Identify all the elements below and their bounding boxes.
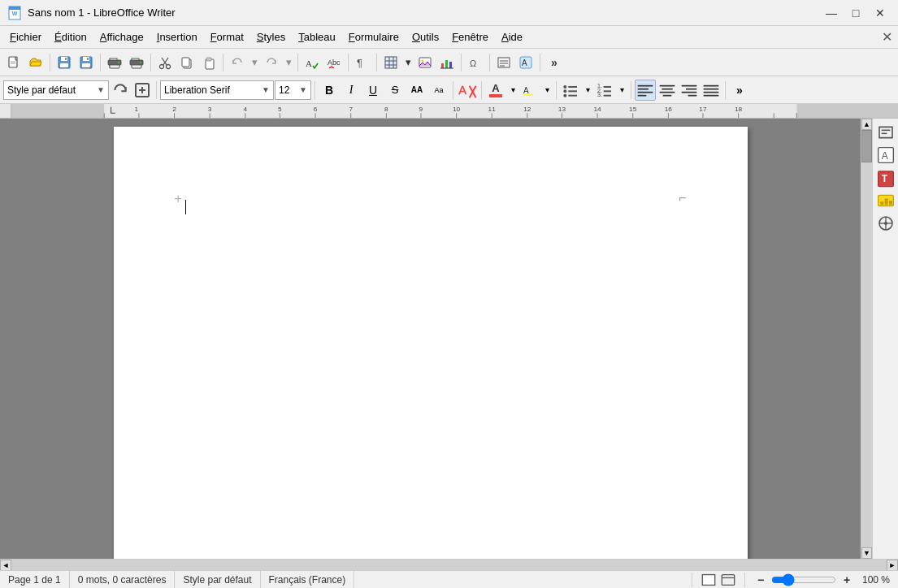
toolbar-formatting-more-button[interactable]: » (729, 80, 750, 101)
ordered-list-dropdown[interactable]: ▾ (616, 80, 627, 101)
new-button[interactable] (3, 52, 24, 73)
svg-text:Ω: Ω (470, 58, 476, 68)
close-button[interactable]: ✕ (869, 2, 891, 24)
maximize-button[interactable]: □ (844, 2, 867, 24)
menu-fenetre[interactable]: Fenêtre (445, 28, 495, 45)
scroll-left-button[interactable]: ◄ (0, 560, 11, 571)
menu-aide[interactable]: Aide (495, 28, 529, 45)
italic-button[interactable]: I (341, 80, 362, 101)
svg-point-26 (167, 64, 171, 68)
print-button[interactable] (126, 52, 147, 73)
undo-dropdown-button[interactable]: ▾ (249, 52, 260, 73)
sidebar-properties-button[interactable] (875, 122, 896, 143)
size-selector[interactable]: 12 ▼ (275, 80, 311, 100)
svg-point-62 (563, 89, 566, 93)
svg-rect-138 (880, 201, 883, 205)
view-standard-button[interactable] (701, 573, 717, 587)
font-selector[interactable]: Liberation Serif ▼ (160, 80, 274, 100)
scroll-down-button[interactable]: ▼ (861, 547, 872, 559)
menu-affichage[interactable]: Affichage (93, 28, 150, 45)
menu-formulaire[interactable]: Formulaire (342, 28, 406, 45)
strikethrough-button[interactable]: S (384, 80, 406, 101)
menu-styles[interactable]: Styles (250, 28, 292, 45)
clear-formatting-button[interactable]: A A (457, 80, 478, 101)
menu-tableau[interactable]: Tableau (292, 28, 342, 45)
save-as-button[interactable]: ! (76, 52, 97, 73)
sidebar-navigator-button[interactable] (875, 213, 896, 234)
ordered-list-button[interactable]: 1. 2. 3. (594, 80, 615, 101)
sidebar-text-button[interactable]: T (875, 167, 896, 188)
case-cycle-button[interactable]: Aa (428, 80, 449, 101)
insert-image-button[interactable] (414, 52, 436, 73)
main-area: + ⌐ + ▲ ▼ A (0, 119, 898, 559)
menu-edition[interactable]: Édition (48, 28, 93, 45)
svg-text:16: 16 (665, 106, 673, 114)
styles-button1[interactable] (493, 52, 514, 73)
save-button[interactable] (54, 52, 75, 73)
align-justify-button[interactable] (701, 80, 722, 101)
menu-format[interactable]: Format (204, 28, 250, 45)
highlight-dropdown[interactable]: ▾ (541, 80, 553, 101)
zoom-in-button[interactable]: + (839, 573, 854, 587)
unordered-list-dropdown[interactable]: ▾ (582, 80, 593, 101)
align-left-button[interactable] (635, 80, 656, 101)
unordered-list-button[interactable] (560, 80, 581, 101)
redo-button[interactable] (261, 52, 282, 73)
sidebar-gallery-button[interactable] (875, 190, 896, 211)
scroll-track[interactable] (861, 130, 872, 547)
undo-button[interactable] (227, 52, 248, 73)
redo-dropdown-button[interactable]: ▾ (283, 52, 294, 73)
svg-text:9: 9 (419, 106, 423, 114)
h-scroll-track[interactable] (11, 560, 887, 570)
scroll-right-button[interactable]: ► (887, 560, 898, 571)
cut-button[interactable] (154, 52, 176, 73)
view-web-button[interactable] (720, 573, 736, 587)
sidebar-styles-button[interactable]: A (875, 145, 896, 166)
insert-chart-button[interactable] (436, 52, 458, 73)
insert-table-dropdown[interactable]: ▾ (402, 52, 414, 73)
bold-button[interactable]: B (319, 80, 340, 101)
status-right-area: − + 100 % (692, 573, 898, 587)
vertical-scrollbar[interactable]: ▲ ▼ (861, 119, 872, 559)
document-close-button[interactable]: ✕ (878, 29, 895, 45)
underline-button[interactable]: U (362, 80, 384, 101)
horizontal-scrollbar[interactable]: ◄ ► (0, 559, 898, 570)
minimize-button[interactable]: — (820, 2, 843, 24)
svg-text:2: 2 (172, 106, 176, 114)
uppercase-button[interactable]: AA (406, 80, 427, 101)
autospell-button[interactable]: Abc (323, 52, 345, 73)
update-style-button[interactable] (110, 80, 131, 101)
document-area[interactable]: + ⌐ + (0, 119, 861, 559)
menu-fichier[interactable]: Fichier (3, 28, 48, 45)
align-center-button[interactable] (657, 80, 678, 101)
spellcheck-button[interactable]: A (302, 52, 323, 73)
document-page[interactable]: + ⌐ + (114, 127, 748, 559)
copy-button[interactable] (176, 52, 197, 73)
font-color-dropdown[interactable]: ▾ (507, 80, 518, 101)
style-selector[interactable]: Style par défaut ▼ (3, 80, 109, 100)
font-value: Liberation Serif (164, 84, 230, 96)
print-preview-button[interactable] (104, 52, 125, 73)
highlight-button[interactable]: A (519, 80, 540, 101)
font-color-button[interactable]: A (485, 80, 506, 101)
scroll-up-button[interactable]: ▲ (861, 119, 872, 130)
styles-button2[interactable]: A (515, 52, 536, 73)
special-char-button[interactable]: Ω (465, 52, 486, 73)
svg-rect-139 (884, 198, 887, 205)
menu-insertion[interactable]: Insertion (150, 28, 204, 45)
svg-text:11: 11 (488, 106, 497, 114)
paste-button[interactable] (198, 52, 219, 73)
new-style-button[interactable] (132, 80, 153, 101)
svg-rect-1 (9, 6, 20, 10)
svg-text:Abc: Abc (328, 58, 341, 67)
open-button[interactable] (25, 52, 46, 73)
zoom-slider[interactable] (771, 575, 836, 585)
svg-point-40 (422, 59, 424, 62)
align-right-button[interactable] (679, 80, 700, 101)
show-formatting-button[interactable]: ¶ (352, 52, 373, 73)
scroll-thumb[interactable] (861, 130, 872, 162)
zoom-out-button[interactable]: − (753, 573, 768, 587)
insert-table-button[interactable] (380, 52, 401, 73)
menu-outils[interactable]: Outils (406, 28, 445, 45)
toolbar-more-button[interactable]: » (544, 52, 565, 73)
